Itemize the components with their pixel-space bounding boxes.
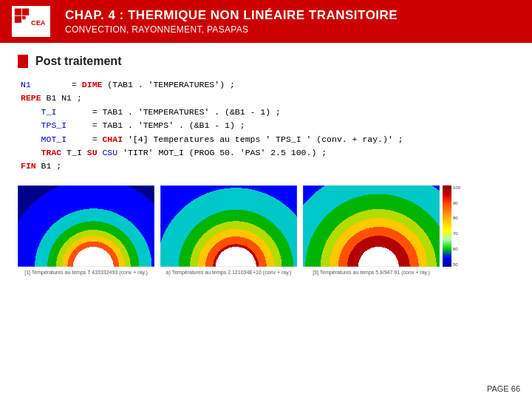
- heatmap-2: a) Températures au temps 2.121034E+10 (c…: [160, 185, 297, 275]
- svg-text:CEA: CEA: [31, 19, 46, 27]
- header: CEA CHAP. 4 : THERMIQUE NON LINÉAIRE TRA…: [0, 0, 532, 43]
- code-line-5: MOT_I = CHAI '[4] Temperatures au temps …: [21, 133, 514, 146]
- code-line-4: TPS_I = TAB1 . 'TEMPS' . (&B1 - 1) ;: [21, 119, 514, 132]
- heatmap-canvas-2: [160, 185, 297, 267]
- main-content: Post traitement N1 = DIME (TAB1 . 'TEMPE…: [0, 43, 532, 287]
- colorbar-mid4: 60: [453, 247, 460, 251]
- svg-rect-2: [22, 8, 29, 15]
- section-title: Post traitement: [35, 55, 121, 68]
- page-number: PAGE 66: [487, 384, 520, 393]
- cea-logo: CEA: [12, 6, 50, 37]
- svg-rect-1: [15, 8, 21, 15]
- svg-rect-4: [22, 16, 26, 20]
- heatmap-label-2: a) Températures au temps 2.121034E+10 (c…: [166, 270, 292, 275]
- heatmap-label-3: [3] Températures au temps 5.8/947.91 (co…: [313, 270, 430, 275]
- heatmap-1: [1] Températures au temps T 433332493 (c…: [18, 185, 154, 275]
- code-line-1: N1 = DIME (TAB1 . 'TEMPERATURES') ;: [21, 78, 514, 92]
- section-title-row: Post traitement: [18, 55, 514, 68]
- header-text: CHAP. 4 : THERMIQUE NON LINÉAIRE TRANSIT…: [65, 8, 398, 35]
- images-row: [1] Températures au temps T 433332493 (c…: [18, 185, 514, 275]
- section-bar: [18, 55, 28, 68]
- heatmap-3: [3] Températures au temps 5.8/947.91 (co…: [303, 185, 440, 275]
- colorbar-gradient: [443, 185, 451, 267]
- svg-rect-3: [15, 16, 21, 23]
- colorbar-min: 50: [453, 262, 460, 267]
- code-line-2: REPE B1 N1 ;: [21, 92, 514, 105]
- colorbar-mid1: 90: [453, 201, 460, 205]
- heatmap-canvas-1: [18, 185, 154, 267]
- header-subtitle: CONVECTION, RAYONNEMENT, PASAPAS: [65, 24, 398, 35]
- colorbar-mid2: 80: [453, 216, 460, 220]
- heatmap-canvas-3: [303, 185, 440, 267]
- colorbar-mid3: 70: [453, 231, 460, 236]
- code-line-7: FIN B1 ;: [21, 160, 514, 173]
- colorbar-max: 100: [453, 185, 460, 190]
- header-title: CHAP. 4 : THERMIQUE NON LINÉAIRE TRANSIT…: [65, 8, 398, 23]
- code-line-6: TRAC T_I SU CSU 'TITR' MOT_I (PROG 50. '…: [21, 146, 514, 160]
- heatmap-label-1: [1] Températures au temps T 433332493 (c…: [24, 270, 148, 275]
- heatmap-3-wrap: [3] Températures au temps 5.8/947.91 (co…: [303, 185, 460, 275]
- code-line-3: T_I = TAB1 . 'TEMPERATURES' . (&B1 - 1) …: [21, 106, 514, 119]
- code-block: N1 = DIME (TAB1 . 'TEMPERATURES') ; REPE…: [18, 78, 514, 174]
